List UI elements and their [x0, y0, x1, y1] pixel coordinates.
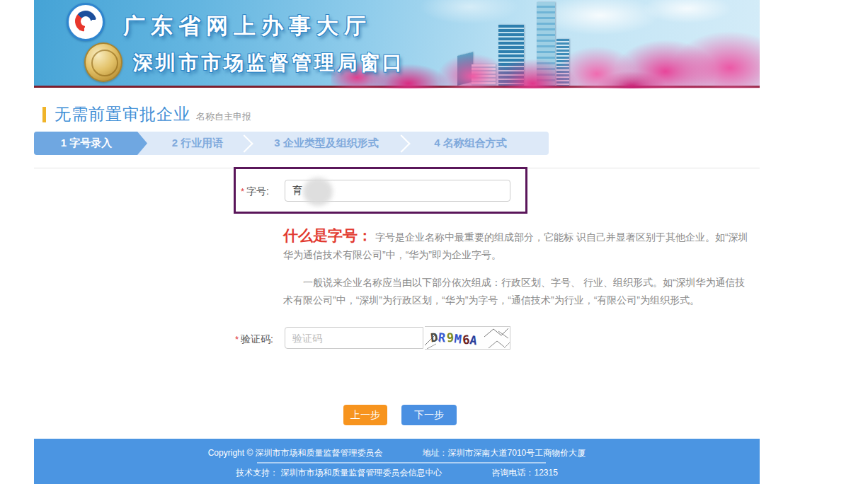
required-asterisk: * — [235, 334, 239, 345]
help-paragraph-2: 一般说来企业名称应当由以下部分依次组成：行政区划、字号、 行业、组织形式。如“深… — [283, 274, 752, 309]
footer-address: 地址：深圳市深南大道7010号工商物价大厦 — [423, 447, 586, 459]
zihao-label: 字号: — [246, 185, 269, 197]
tab-step1-zihao[interactable]: 1 字号录入 — [34, 132, 147, 155]
zihao-field-row: *字号: — [241, 185, 269, 198]
guangdong-portal-logo-icon — [67, 3, 105, 41]
page-subtitle: 名称自主申报 — [196, 110, 251, 123]
tab-step4-zuhe[interactable]: 4 名称组合方式 — [405, 132, 536, 155]
step-tabs: 1 字号录入 2 行业用语 3 企业类型及组织形式 4 名称组合方式 — [34, 132, 549, 155]
captcha-input[interactable] — [285, 327, 423, 349]
redaction-blur-overlay — [303, 178, 333, 206]
site-banner: 广东省网上办事大厅 深圳市市场监督管理局窗口 — [34, 0, 760, 88]
shenzhen-seal-logo-icon — [84, 42, 122, 82]
required-asterisk: * — [241, 186, 244, 197]
footer-phone: 咨询电话：12315 — [491, 467, 557, 479]
banner-title-line2: 深圳市市场监督管理局窗口 — [133, 50, 405, 76]
footer-tech-support: 技术支持： 深圳市市场和质量监督管理委员会信息中心 — [236, 467, 442, 479]
banner-title-line1: 广东省网上办事大厅 — [123, 11, 372, 41]
tab-step3-leixing[interactable]: 3 企业类型及组织形式 — [248, 132, 405, 155]
help-heading: 什么是字号： — [283, 227, 372, 243]
captcha-image[interactable]: DR9M6A — [425, 326, 510, 350]
next-step-button[interactable]: 下一步 — [401, 405, 457, 425]
help-text-block: 什么是字号：字号是企业名称中最重要的组成部分，它能标 识自己并显著区别于其他企业… — [283, 226, 752, 309]
footer-divider — [257, 462, 546, 463]
page-footer: Copyright © 深圳市市场和质量监督管理委员会 地址：深圳市深南大道70… — [34, 439, 760, 484]
section-divider — [34, 168, 760, 168]
page-title-bar: 无需前置审批企业 名称自主申报 — [42, 103, 251, 125]
previous-step-button[interactable]: 上一步 — [343, 405, 387, 425]
page: 广东省网上办事大厅 深圳市市场监督管理局窗口 无需前置审批企业 名称自主申报 1… — [0, 0, 868, 484]
captcha-label: 验证码: — [241, 333, 273, 345]
page-title: 无需前置审批企业 — [55, 103, 190, 125]
captcha-field-row: *验证码: — [235, 333, 273, 346]
tab-step2-hangye[interactable]: 2 行业用语 — [147, 132, 248, 155]
captcha-text: DR9M6A — [430, 330, 479, 345]
footer-copyright: Copyright © 深圳市市场和质量监督管理委员会 — [208, 447, 383, 459]
title-accent-bar — [42, 107, 46, 122]
